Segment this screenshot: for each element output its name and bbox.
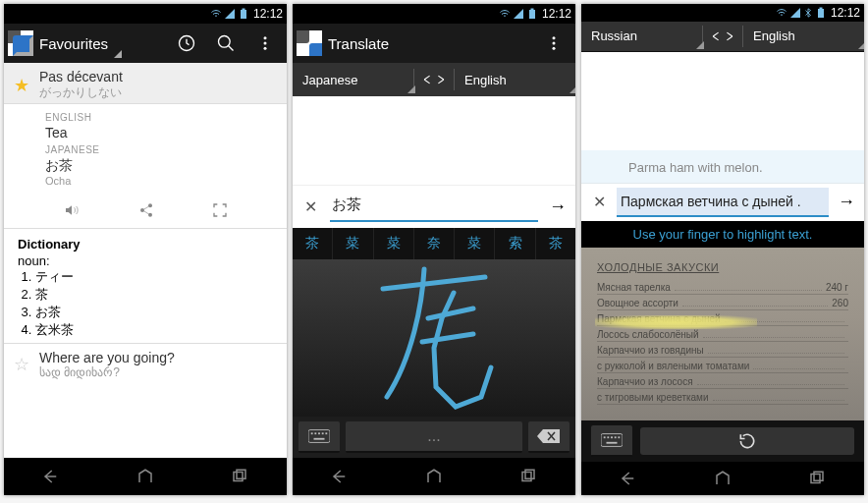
refresh-icon — [737, 431, 757, 451]
candidate[interactable]: 茶 — [293, 228, 333, 259]
clock-icon — [177, 33, 196, 53]
lang-from-label: Japanese — [302, 73, 357, 87]
lang-to-selector[interactable]: English — [455, 73, 575, 87]
handwritten-stroke — [365, 259, 503, 417]
fav-source: Where are you going? — [39, 350, 175, 365]
signal-icon — [513, 8, 524, 20]
candidate[interactable]: 菜 — [374, 228, 414, 259]
candidate[interactable]: 奈 — [414, 228, 455, 259]
candidate[interactable]: 茶 — [536, 228, 575, 259]
lang-from-label: Russian — [591, 28, 637, 43]
home-icon[interactable] — [711, 470, 734, 487]
battery-icon — [815, 7, 827, 19]
home-icon[interactable] — [134, 468, 157, 485]
status-bar: 12:12 — [581, 4, 864, 22]
keyboard-toggle-key[interactable] — [298, 421, 340, 453]
candidate[interactable]: 菜 — [333, 228, 373, 259]
swap-button[interactable] — [703, 30, 742, 42]
go-button[interactable]: → — [544, 196, 571, 217]
screen-title: Translate — [328, 35, 389, 52]
phone-favourites: 12:12 Favourites ★ Pas décevant がっかりしない … — [4, 4, 287, 495]
speak-button[interactable] — [62, 202, 81, 222]
candidate[interactable]: 菜 — [455, 228, 495, 259]
system-nav-bar — [4, 458, 287, 495]
photo-heading: ХОЛОДНЫЕ ЗАКУСКИ — [597, 261, 848, 273]
search-button[interactable] — [208, 26, 244, 61]
action-bar: Translate — [293, 24, 575, 63]
result-area — [581, 52, 864, 150]
battery-icon — [526, 8, 538, 20]
clear-button[interactable]: ✕ — [297, 197, 324, 216]
wifi-icon — [210, 8, 222, 20]
back-icon[interactable] — [328, 468, 352, 485]
space-key[interactable]: ... — [346, 421, 522, 453]
status-clock: 12:12 — [253, 7, 283, 21]
camera-photo[interactable]: ХОЛОДНЫЕ ЗАКУСКИ Мясная тарелка240 г Ово… — [581, 248, 864, 420]
signal-icon — [789, 7, 801, 19]
svg-rect-25 — [525, 470, 534, 478]
overflow-button[interactable] — [247, 26, 283, 61]
detail-actions — [4, 196, 287, 228]
menu-line: Мясная тарелка240 г — [597, 281, 848, 295]
status-clock: 12:12 — [831, 6, 860, 20]
svg-point-15 — [553, 42, 556, 45]
language-bar: Russian English — [581, 22, 864, 52]
svg-rect-18 — [311, 432, 313, 434]
candidate[interactable]: 索 — [495, 228, 535, 259]
fullscreen-button[interactable] — [211, 202, 229, 222]
dictionary-pos: noun: — [18, 253, 50, 268]
svg-rect-17 — [308, 430, 330, 443]
romanization: Ocha — [45, 175, 273, 187]
lang-to-selector[interactable]: English — [743, 28, 864, 43]
svg-rect-33 — [618, 436, 620, 438]
svg-point-9 — [148, 213, 152, 217]
favourites-list: ★ Pas décevant がっかりしない ENGLISH ★ Tea JAP… — [4, 63, 287, 458]
star-icon[interactable]: ★ — [14, 75, 29, 96]
backspace-key[interactable] — [528, 421, 570, 453]
favourite-row[interactable]: ☆ Where are you going? სად მიდიხარ? — [4, 343, 287, 385]
history-button[interactable] — [169, 26, 204, 61]
svg-point-4 — [264, 36, 267, 39]
language-bar: Japanese English — [293, 63, 575, 96]
retake-button[interactable] — [640, 427, 854, 455]
svg-rect-12 — [529, 10, 535, 19]
lang-from-selector[interactable]: Japanese — [293, 73, 413, 87]
status-clock: 12:12 — [542, 7, 571, 21]
svg-rect-11 — [237, 470, 245, 478]
text-input[interactable]: お茶 — [330, 192, 538, 222]
handwriting-canvas[interactable] — [293, 259, 575, 417]
favourite-detail: ENGLISH ★ Tea JAPANESE お茶 Ocha — [4, 104, 287, 196]
app-logo[interactable] — [8, 30, 33, 56]
title-spinner-indicator[interactable] — [112, 30, 120, 56]
menu-line: Пармская ветчина с дыней — [597, 312, 848, 326]
clear-button[interactable]: ✕ — [585, 193, 613, 211]
app-logo[interactable] — [297, 30, 322, 56]
svg-rect-31 — [611, 436, 613, 438]
keyboard-toggle-key[interactable] — [591, 425, 632, 457]
text-input[interactable]: Пармская ветчина с дыней . — [617, 188, 829, 217]
back-icon[interactable] — [39, 468, 63, 485]
go-button[interactable]: → — [833, 192, 860, 212]
menu-line: Лосось слабосолёный — [597, 328, 848, 342]
overflow-button[interactable] — [536, 26, 571, 61]
share-button[interactable] — [137, 202, 155, 222]
fav-target: がっかりしない — [39, 84, 123, 101]
favourite-row[interactable]: ★ Pas décevant がっかりしない — [4, 63, 287, 104]
svg-point-14 — [553, 36, 556, 39]
input-value: Пармская ветчина с дыней . — [621, 194, 801, 209]
svg-rect-10 — [234, 473, 243, 481]
recent-icon[interactable] — [516, 468, 540, 485]
input-row: ✕ お茶 → — [293, 185, 575, 228]
swap-button[interactable] — [414, 74, 454, 85]
svg-point-3 — [219, 36, 231, 48]
recent-icon[interactable] — [805, 470, 829, 487]
back-icon[interactable] — [617, 470, 640, 487]
home-icon[interactable] — [422, 468, 446, 485]
lang-from-selector[interactable]: Russian — [581, 28, 702, 43]
svg-rect-28 — [601, 433, 623, 446]
svg-rect-0 — [241, 10, 246, 19]
battery-icon — [238, 8, 249, 20]
camera-translate-body: Parma ham with melon. ✕ Пармская ветчина… — [581, 52, 864, 462]
recent-icon[interactable] — [228, 468, 251, 485]
star-icon[interactable]: ☆ — [14, 354, 29, 375]
